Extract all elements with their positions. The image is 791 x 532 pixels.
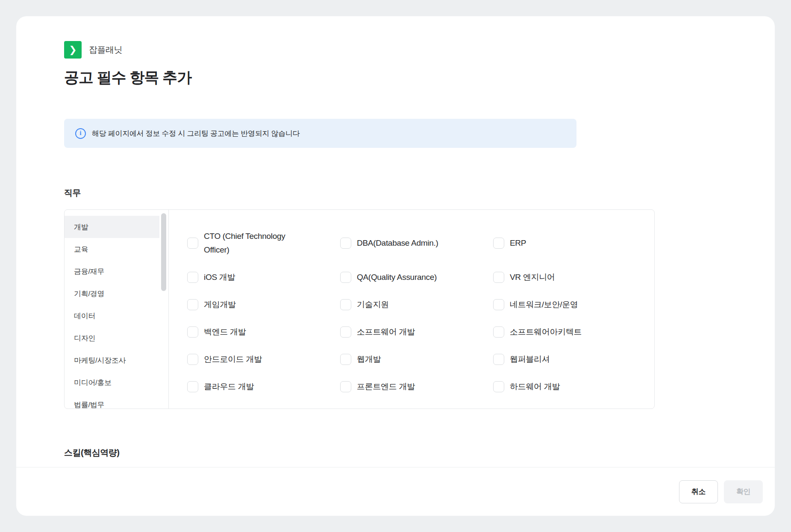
jobplanet-logo-icon: ❯ [64,41,82,59]
checkbox-unchecked-icon[interactable] [493,299,504,310]
checkbox-unchecked-icon[interactable] [340,238,351,249]
checkbox-unchecked-icon[interactable] [493,354,504,365]
confirm-button[interactable]: 확인 [724,480,763,503]
chevron-right-icon: ❯ [69,45,76,55]
checkbox-unchecked-icon[interactable] [493,272,504,283]
job-option-label: 클라우드 개발 [204,380,254,394]
brand-header: ❯ 잡플래닛 [64,41,122,59]
info-icon: i [75,128,86,139]
job-option[interactable]: iOS 개발 [187,270,340,284]
modal-card: ❯ 잡플래닛 공고 필수 항목 추가 i 해당 페이지에서 정보 수정 시 그리… [16,16,775,516]
checkbox-unchecked-icon[interactable] [493,381,504,392]
category-label: 금융/재무 [74,267,104,276]
brand-name: 잡플래닛 [89,44,122,56]
job-option-label: ERP [510,236,526,250]
job-option-label: 프론트엔드 개발 [357,380,415,394]
sidebar-item-category[interactable]: 금융/재무 [65,260,159,282]
job-option[interactable]: 소프트웨어아키텍트 [493,325,646,339]
sidebar-item-category[interactable]: 개발 [65,216,159,238]
checkbox-unchecked-icon[interactable] [187,238,198,249]
checkbox-unchecked-icon[interactable] [187,299,198,310]
job-option-label: 웹개발 [357,353,381,366]
job-option[interactable]: 웹퍼블리셔 [493,353,646,366]
cancel-button[interactable]: 취소 [679,480,718,503]
checkbox-unchecked-icon[interactable] [187,272,198,283]
job-option-label: 기술지원 [357,298,389,312]
checkbox-unchecked-icon[interactable] [493,238,504,249]
info-banner-text: 해당 페이지에서 정보 수정 시 그리팅 공고에는 반영되지 않습니다 [92,129,300,138]
job-option-label: VR 엔지니어 [510,270,555,284]
job-section-label: 직무 [64,187,81,199]
job-option-label: 소프트웨어아키텍트 [510,325,582,339]
job-option-label: QA(Quality Assurance) [357,270,437,284]
job-option[interactable]: 게임개발 [187,298,340,312]
checkbox-unchecked-icon[interactable] [340,381,351,392]
job-option[interactable]: 백엔드 개발 [187,325,340,339]
checkbox-unchecked-icon[interactable] [340,354,351,365]
category-label: 마케팅/시장조사 [74,356,126,365]
job-option-label: CTO (Chief Technology Officer) [204,229,310,257]
checkbox-unchecked-icon[interactable] [340,299,351,310]
job-option-label: 백엔드 개발 [204,325,246,339]
job-option[interactable]: 웹개발 [340,353,493,366]
job-option[interactable]: ERP [493,229,646,257]
skill-section-label: 스킬(핵심역량) [64,447,119,459]
job-option[interactable]: 안드로이드 개발 [187,353,340,366]
job-option[interactable]: DBA(Database Admin.) [340,229,493,257]
sidebar-item-category[interactable]: 디자인 [65,327,159,349]
job-option-label: 안드로이드 개발 [204,353,262,366]
sidebar-item-category[interactable]: 기획/경영 [65,282,159,305]
job-option-label: 하드웨어 개발 [510,380,560,394]
page-title: 공고 필수 항목 추가 [64,68,191,88]
checkbox-unchecked-icon[interactable] [493,326,504,338]
sidebar-item-category[interactable]: 미디어/홍보 [65,371,159,394]
category-label: 법률/법무 [74,400,104,409]
sidebar-item-category[interactable]: 마케팅/시장조사 [65,349,159,371]
job-option[interactable]: 네트워크/보안/운영 [493,298,646,312]
checkbox-unchecked-icon[interactable] [187,354,198,365]
job-category-list: 개발교육금융/재무기획/경영데이터디자인마케팅/시장조사미디어/홍보법률/법무 [65,210,169,409]
checkbox-unchecked-icon[interactable] [340,272,351,283]
checkbox-unchecked-icon[interactable] [340,326,351,338]
checkbox-unchecked-icon[interactable] [187,381,198,392]
checkbox-unchecked-icon[interactable] [187,326,198,338]
category-label: 개발 [74,222,88,232]
category-label: 데이터 [74,311,95,321]
job-option[interactable]: 소프트웨어 개발 [340,325,493,339]
job-picker-panel: 개발교육금융/재무기획/경영데이터디자인마케팅/시장조사미디어/홍보법률/법무 … [64,209,655,409]
footer-bar: 취소 확인 [16,467,775,516]
job-option[interactable]: 클라우드 개발 [187,380,340,394]
job-option-label: 게임개발 [204,298,236,312]
job-option-label: 네트워크/보안/운영 [510,298,578,312]
category-label: 미디어/홍보 [74,378,112,388]
job-option-label: 웹퍼블리셔 [510,353,550,366]
sidebar-item-category[interactable]: 법률/법무 [65,394,159,409]
info-banner: i 해당 페이지에서 정보 수정 시 그리팅 공고에는 반영되지 않습니다 [64,119,576,148]
job-option[interactable]: CTO (Chief Technology Officer) [187,229,340,257]
job-option-label: iOS 개발 [204,270,235,284]
category-label: 교육 [74,244,88,254]
job-option[interactable]: QA(Quality Assurance) [340,270,493,284]
job-option-label: 소프트웨어 개발 [357,325,415,339]
sidebar-item-category[interactable]: 데이터 [65,305,159,327]
scrollbar-thumb[interactable] [161,213,166,291]
sidebar-item-category[interactable]: 교육 [65,238,159,260]
category-label: 디자인 [74,333,95,343]
job-options-grid: CTO (Chief Technology Officer)DBA(Databa… [169,210,654,409]
job-option[interactable]: 기술지원 [340,298,493,312]
category-label: 기획/경영 [74,289,104,299]
job-option[interactable]: 하드웨어 개발 [493,380,646,394]
job-option[interactable]: 프론트엔드 개발 [340,380,493,394]
job-option-label: DBA(Database Admin.) [357,236,438,250]
job-option[interactable]: VR 엔지니어 [493,270,646,284]
